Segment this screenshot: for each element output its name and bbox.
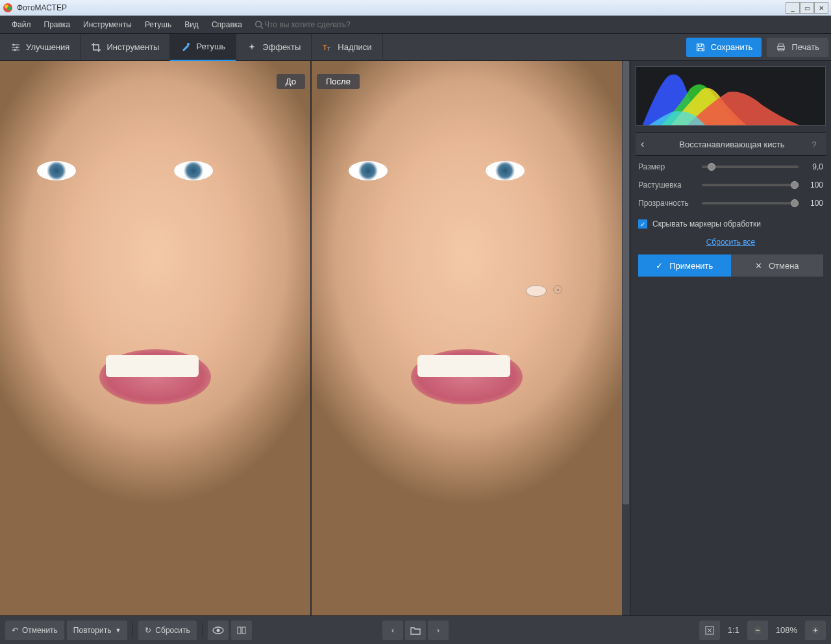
svg-text:T: T <box>323 43 327 51</box>
svg-point-10 <box>14 49 16 51</box>
help-button[interactable]: ? <box>808 140 821 149</box>
svg-point-8 <box>13 43 15 45</box>
zoom-percent[interactable]: 108% <box>771 625 802 635</box>
cancel-button[interactable]: ✕ Отмена <box>731 254 824 277</box>
brush-icon <box>180 42 191 52</box>
redo-button[interactable]: Повторить ▼ <box>67 621 128 640</box>
toolbar: Улучшения Инструменты Ретушь Эффекты TT … <box>0 34 831 61</box>
slider-track[interactable] <box>702 184 799 186</box>
menu-retouch[interactable]: Ретушь <box>138 18 178 32</box>
zoom-out-button[interactable] <box>747 621 768 640</box>
chevron-down-icon: ▼ <box>115 627 121 634</box>
apply-button[interactable]: ✓ Применить <box>638 254 731 277</box>
undo-icon: ↶ <box>12 626 18 635</box>
tab-label: Ретушь <box>196 42 225 51</box>
tab-label: Инструменты <box>106 42 159 52</box>
undo-label: Отменить <box>22 626 58 635</box>
vertical-scrollbar[interactable] <box>622 61 630 615</box>
svg-point-9 <box>16 46 18 48</box>
slider-track[interactable] <box>702 166 799 168</box>
slider-value: 9,0 <box>804 162 823 171</box>
canvas-before: До <box>0 61 312 615</box>
close-icon: ✕ <box>755 261 762 271</box>
slider-opacity: Прозрачность 100 <box>638 199 823 208</box>
save-label: Сохранить <box>711 42 753 52</box>
svg-text:T: T <box>327 46 330 52</box>
save-icon <box>695 42 706 53</box>
zoom-in-button[interactable] <box>805 621 826 640</box>
tab-enhancements[interactable]: Улучшения <box>0 34 81 61</box>
search-input[interactable] <box>264 20 394 29</box>
chevron-right-icon: › <box>437 626 440 635</box>
search-icon <box>254 19 264 30</box>
tab-retouch[interactable]: Ретушь <box>170 34 236 61</box>
browse-button[interactable] <box>405 621 426 640</box>
prev-button[interactable]: ‹ <box>382 621 403 640</box>
close-button[interactable]: ✕ <box>814 2 828 14</box>
reset-label: Сбросить <box>155 626 190 635</box>
panel-title: Восстанавливающая кисть <box>656 140 808 149</box>
menu-edit[interactable]: Правка <box>38 18 77 32</box>
reset-all-link[interactable]: Сбросить все <box>706 238 756 247</box>
before-label: До <box>277 74 305 89</box>
redo-label: Повторить <box>73 626 112 635</box>
print-button[interactable]: Печать <box>767 38 828 57</box>
svg-point-2 <box>7 6 11 10</box>
menu-help[interactable]: Справка <box>205 18 249 32</box>
maximize-button[interactable]: ▭ <box>800 2 814 14</box>
cancel-label: Отмена <box>769 261 799 271</box>
tab-instruments[interactable]: Инструменты <box>81 34 170 61</box>
undo-button[interactable]: ↶ Отменить <box>5 621 64 640</box>
tab-effects[interactable]: Эффекты <box>236 34 312 61</box>
app-logo-icon <box>3 3 13 13</box>
menu-file[interactable]: Файл <box>5 18 38 32</box>
svg-point-18 <box>216 628 219 632</box>
text-icon: TT <box>322 42 332 53</box>
tab-text[interactable]: TT Надписи <box>312 34 382 61</box>
zoom-ratio[interactable]: 1:1 <box>723 625 745 635</box>
apply-label: Применить <box>669 261 713 271</box>
right-panel: ‹ Восстанавливающая кисть ? Размер 9,0 Р… <box>630 61 831 615</box>
svg-point-3 <box>256 21 262 27</box>
histogram <box>636 66 826 126</box>
menu-view[interactable]: Вид <box>178 18 205 32</box>
app-title: ФотоМАСТЕР <box>17 3 67 12</box>
save-button[interactable]: Сохранить <box>686 38 762 57</box>
reset-button[interactable]: ↻ Сбросить <box>138 621 196 640</box>
sliders-icon <box>10 42 21 53</box>
svg-point-11 <box>187 43 190 45</box>
plus-icon <box>810 625 821 636</box>
menu-tools[interactable]: Инструменты <box>77 18 138 32</box>
folder-icon <box>410 626 421 635</box>
svg-rect-14 <box>779 43 784 46</box>
slider-feather: Растушевка 100 <box>638 180 823 190</box>
chevron-left-icon: ‹ <box>391 626 394 635</box>
eye-icon <box>212 626 224 634</box>
print-label: Печать <box>791 42 819 52</box>
next-button[interactable]: › <box>428 621 449 640</box>
fit-screen-button[interactable] <box>699 621 720 640</box>
svg-rect-20 <box>242 627 245 634</box>
slider-size: Размер 9,0 <box>638 162 823 171</box>
minus-icon <box>752 625 763 636</box>
compare-button[interactable] <box>231 621 252 640</box>
slider-value: 100 <box>804 199 823 208</box>
svg-line-4 <box>261 26 264 29</box>
preview-button[interactable] <box>208 621 229 640</box>
back-button[interactable]: ‹ <box>641 138 656 150</box>
tab-label: Улучшения <box>26 42 69 52</box>
menubar: Файл Правка Инструменты Ретушь Вид Справ… <box>0 16 831 34</box>
brush-cursor-icon <box>526 285 547 297</box>
svg-rect-19 <box>238 627 241 634</box>
after-label: После <box>317 74 360 89</box>
canvas-area[interactable]: До После <box>0 61 630 615</box>
slider-track[interactable] <box>702 202 799 204</box>
compare-icon <box>236 625 247 636</box>
titlebar: ФотоМАСТЕР _ ▭ ✕ <box>0 0 831 16</box>
canvas-after: После <box>312 61 622 615</box>
reset-icon: ↻ <box>145 626 151 635</box>
bottombar: ↶ Отменить Повторить ▼ ↻ Сбросить ‹ › 1:… <box>0 615 831 644</box>
slider-label: Прозрачность <box>638 199 697 208</box>
hide-markers-checkbox[interactable]: ✓ <box>638 219 647 229</box>
minimize-button[interactable]: _ <box>786 2 800 14</box>
